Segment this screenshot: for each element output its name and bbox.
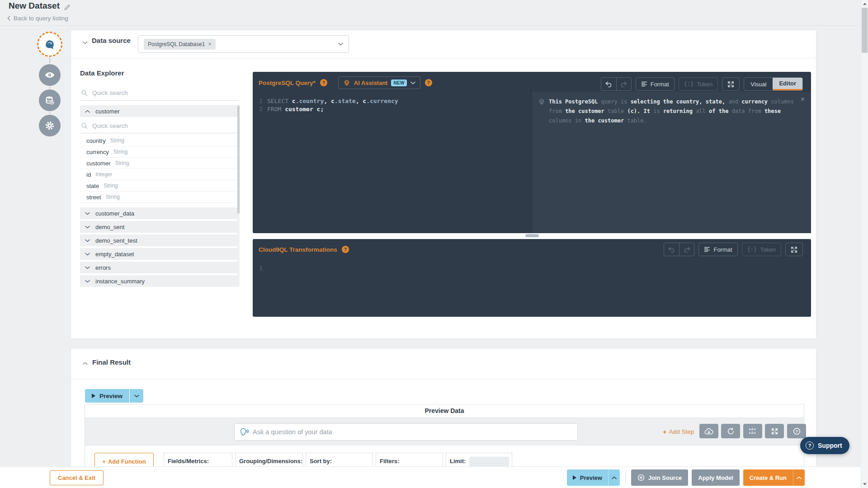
chart-icon bbox=[749, 427, 757, 435]
scroll-down-arrow[interactable] bbox=[861, 481, 868, 488]
table-item-empty_dataset[interactable]: empty_dataset bbox=[80, 248, 239, 260]
tab-editor[interactable]: Editor bbox=[773, 78, 802, 90]
explorer-scrollbar[interactable] bbox=[237, 105, 240, 286]
format-button[interactable]: Format bbox=[698, 243, 737, 256]
table-item-demo_sent[interactable]: demo_sent bbox=[80, 221, 239, 233]
footer-preview-button[interactable]: Preview bbox=[567, 469, 620, 486]
table-item-customer_data[interactable]: customer_data bbox=[80, 207, 239, 219]
refresh-button[interactable] bbox=[721, 424, 740, 438]
step-data-settings[interactable] bbox=[39, 89, 61, 111]
ai-assistant-button[interactable]: AI Assistant NEW bbox=[338, 76, 420, 89]
fullscreen-button[interactable] bbox=[722, 77, 740, 91]
column-name: country bbox=[86, 137, 106, 144]
column-type: String bbox=[115, 160, 129, 166]
back-link[interactable]: Back to query listing bbox=[7, 15, 68, 22]
step-settings[interactable] bbox=[39, 115, 61, 136]
column-name: state bbox=[86, 183, 99, 189]
help-button[interactable]: ? bbox=[787, 424, 806, 438]
token-button[interactable]: {:} Token bbox=[679, 77, 718, 91]
final-result-title: Final Result bbox=[92, 358, 131, 366]
ask-question-input[interactable] bbox=[253, 428, 573, 436]
scrollbar-thumb[interactable] bbox=[237, 105, 240, 214]
preview-split-button[interactable]: Preview bbox=[85, 389, 143, 403]
format-lines-icon bbox=[641, 81, 647, 87]
column-type: String bbox=[106, 194, 120, 200]
undo-button[interactable] bbox=[664, 243, 679, 256]
play-icon bbox=[92, 394, 95, 398]
data-explorer: Data Explorer customer countryStringcurr… bbox=[80, 69, 239, 77]
undo-button[interactable] bbox=[601, 78, 616, 90]
step-connector bbox=[49, 112, 50, 114]
add-step-button[interactable]: + Add Step bbox=[663, 428, 694, 436]
scrollbar-thumb[interactable] bbox=[862, 8, 868, 53]
help-icon[interactable]: ? bbox=[342, 246, 349, 253]
page-title: New Dataset bbox=[9, 1, 60, 11]
search-icon bbox=[81, 89, 88, 96]
chevron-down-icon[interactable] bbox=[338, 42, 343, 46]
quick-search[interactable] bbox=[80, 85, 239, 101]
redo-button[interactable] bbox=[679, 243, 694, 256]
chevron-down-icon bbox=[85, 225, 90, 229]
close-icon[interactable]: × bbox=[801, 95, 805, 103]
edit-pencil-icon[interactable] bbox=[64, 4, 71, 11]
chevron-down-icon[interactable] bbox=[130, 389, 143, 403]
new-badge: NEW bbox=[391, 80, 406, 86]
database-gear-icon bbox=[44, 95, 55, 106]
help-icon[interactable]: ? bbox=[425, 79, 432, 86]
column-row[interactable]: currencyString bbox=[80, 146, 239, 158]
remove-chip-icon[interactable]: × bbox=[208, 41, 212, 47]
visualize-button[interactable] bbox=[743, 424, 762, 438]
chevron-down-icon bbox=[85, 239, 90, 242]
data-explorer-title: Data Explorer bbox=[80, 69, 239, 77]
column-row[interactable]: stateString bbox=[80, 180, 239, 192]
column-row[interactable]: countryString bbox=[80, 135, 239, 146]
divider bbox=[71, 58, 816, 58]
column-row[interactable]: idInteger bbox=[80, 169, 239, 180]
chevron-down-icon[interactable] bbox=[83, 41, 88, 44]
quick-search-columns[interactable] bbox=[80, 119, 239, 133]
panel-resize-handle[interactable] bbox=[525, 234, 539, 237]
cloud9ql-code-editor[interactable]: 1 bbox=[253, 259, 811, 317]
table-item-errors[interactable]: errors bbox=[80, 262, 239, 273]
column-search-input[interactable] bbox=[92, 122, 219, 129]
query-panel-title: PostgreSQL Query* bbox=[259, 80, 316, 86]
table-item-demo_sent_test[interactable]: demo_sent_test bbox=[80, 235, 239, 246]
table-name: demo_sent bbox=[95, 224, 124, 230]
data-source-select[interactable]: PostgreSQL Database1 × bbox=[138, 35, 349, 53]
chevron-up-icon[interactable] bbox=[609, 476, 620, 479]
redo-button[interactable] bbox=[616, 78, 631, 90]
create-run-button[interactable]: Create & Run bbox=[743, 469, 805, 486]
apply-model-button[interactable]: Apply Model bbox=[692, 469, 739, 486]
column-row[interactable]: streetString bbox=[80, 192, 239, 203]
help-icon[interactable]: ? bbox=[320, 79, 327, 86]
quick-search-input[interactable] bbox=[92, 89, 219, 96]
expand-icon bbox=[791, 246, 797, 253]
cancel-exit-button[interactable]: Cancel & Exit bbox=[50, 470, 104, 485]
plus-icon: + bbox=[102, 458, 106, 465]
scroll-up-arrow[interactable] bbox=[861, 0, 868, 7]
table-item-instance_summary[interactable]: instance_summary bbox=[80, 275, 239, 287]
query-builder-card: Data source PostgreSQL Database1 × Data … bbox=[71, 30, 816, 339]
support-button[interactable]: ? Support bbox=[800, 437, 849, 454]
eye-icon bbox=[44, 69, 56, 81]
chevron-left-icon bbox=[7, 16, 10, 21]
sql-code-editor[interactable]: 1SELECT c.country, c.state, c.currency2F… bbox=[253, 92, 532, 233]
download-button[interactable] bbox=[699, 424, 718, 438]
step-datasource[interactable] bbox=[37, 32, 62, 57]
table-item-customer[interactable]: customer bbox=[80, 105, 239, 117]
column-row[interactable]: customerString bbox=[80, 158, 239, 169]
format-button[interactable]: Format bbox=[636, 77, 675, 91]
fullscreen-button[interactable] bbox=[785, 243, 803, 256]
page-scrollbar[interactable] bbox=[861, 0, 868, 488]
chevron-up-icon[interactable] bbox=[83, 362, 88, 365]
ask-question-box[interactable] bbox=[234, 423, 578, 441]
token-button[interactable]: {:} Token bbox=[742, 243, 781, 256]
tab-visual[interactable]: Visual bbox=[744, 78, 773, 90]
plus-icon: + bbox=[663, 428, 667, 436]
step-preview[interactable] bbox=[39, 64, 61, 86]
fullscreen-button[interactable] bbox=[765, 424, 784, 438]
data-source-chip[interactable]: PostgreSQL Database1 × bbox=[144, 39, 216, 50]
join-source-button[interactable]: Join Source bbox=[631, 469, 688, 486]
chevron-up-icon[interactable] bbox=[793, 476, 805, 479]
chevron-down-icon bbox=[85, 253, 90, 256]
